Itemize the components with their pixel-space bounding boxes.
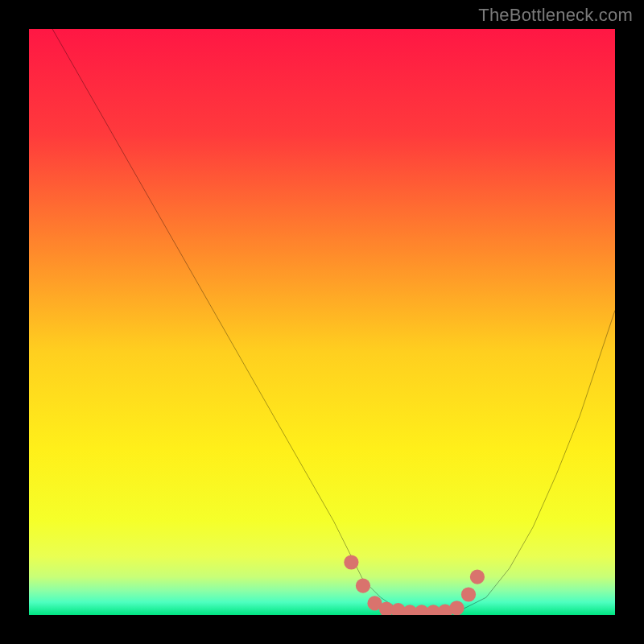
valley-markers	[344, 555, 485, 615]
valley-marker	[470, 570, 485, 584]
bottleneck-curve	[52, 29, 615, 612]
valley-marker	[356, 579, 370, 593]
plot-area	[29, 29, 615, 615]
valley-marker	[344, 555, 358, 569]
valley-marker	[461, 587, 476, 601]
valley-marker	[449, 601, 464, 615]
chart-frame: TheBottleneck.com	[0, 0, 644, 644]
chart-svg	[29, 29, 615, 615]
watermark-label: TheBottleneck.com	[478, 5, 633, 26]
